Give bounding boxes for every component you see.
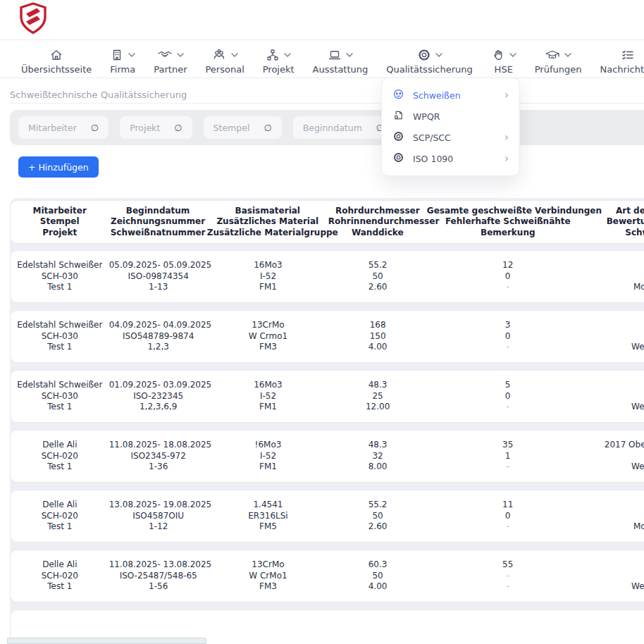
column-header: Wanddicke <box>328 228 427 239</box>
filter-label: Mitarbeiter <box>28 123 77 133</box>
table-column: --Montage <box>588 500 644 533</box>
column-header: Zeichnungsnummer <box>109 216 206 228</box>
cell-value: ER316LSi <box>208 511 329 522</box>
menu-item-iso-1090[interactable]: ISO 1090 › <box>382 148 519 169</box>
table-column: 351- <box>427 440 588 473</box>
table-column: Gesamte geschweißte VerbindungenFehlerha… <box>427 206 589 239</box>
cell-value: Werkstatt <box>588 462 644 473</box>
cell-value: 25 <box>328 391 427 402</box>
column-header: Zusätzliche Materialgruppe <box>207 228 328 239</box>
table-column: 16Mo3I-52FM1 <box>208 380 329 413</box>
table-column: RohrdurchmesserRohrinnendurchmesserWandd… <box>328 206 427 239</box>
toolbar-card: + Hinzufügen <box>10 145 644 198</box>
shield-s-logo[interactable] <box>17 1 49 38</box>
gear-icon <box>417 48 431 62</box>
cell-value: 0 <box>427 391 588 402</box>
top-bar <box>0 0 644 40</box>
cell-value: - <box>427 342 588 353</box>
nav-item-nachrichten[interactable]: Nachrichten <box>600 47 644 75</box>
cell-value: !6Mo3 <box>208 440 329 451</box>
column-header: Beginndatum <box>109 206 206 217</box>
cell-value: ISO4587OIU <box>109 511 208 522</box>
cell-value: Edelstahl Schweißer <box>11 380 109 391</box>
table-column: 05.09.2025- 05.09.2025ISO-098743541-13 <box>109 260 208 293</box>
clear-filter-icon[interactable]: ∅ <box>91 123 99 133</box>
table-column: 11.08.2025- 13.08.2025ISO-25487/548-651-… <box>109 559 208 593</box>
table-body: Edelstahl SchweißerSCH-030Test 105.09.20… <box>10 250 644 602</box>
cell-value: Test 1 <box>11 402 109 413</box>
filter-pill-mitarbeiter[interactable]: Mitarbeiter ∅ <box>18 116 109 139</box>
cell-value: FM5 <box>208 521 329 533</box>
table-column: --Montage <box>588 260 644 293</box>
nav-item-pruefungen[interactable]: Prüfungen <box>535 47 582 75</box>
cell-value: 13CrMo <box>208 559 329 571</box>
clear-filter-icon[interactable]: ∅ <box>174 123 182 133</box>
table-column: Edelstahl SchweißerSCH-030Test 1 <box>11 320 109 353</box>
cell-value: Test 1 <box>11 581 109 593</box>
cell-value: 04.09.2025- 04.09.2025 <box>109 320 208 331</box>
cell-value: - <box>588 511 644 522</box>
chevron-right-icon: › <box>504 90 509 101</box>
table-row[interactable]: Edelstahl SchweißerSCH-030Test 104.09.20… <box>10 310 644 363</box>
cell-value: 13CrMo <box>208 320 329 331</box>
table-column: 1681504.00 <box>328 320 427 353</box>
qualitaetssicherung-dropdown: Schweißen › WPQR SCP/SCC › ISO 1 <box>381 78 520 176</box>
column-header: Rohrdurchmesser <box>328 206 427 217</box>
nodes-icon <box>266 48 280 62</box>
table: MitarbeiterStempelProjektBeginndatumZeic… <box>10 198 644 644</box>
table-row[interactable]: Delle AliSCH-020Test 111.08.2025- 13.08.… <box>10 550 644 602</box>
cell-value: ISO-09874354 <box>109 271 208 283</box>
cell-value: 0 <box>427 271 588 283</box>
filter-pill-projekt[interactable]: Projekt ∅ <box>120 116 192 139</box>
title-divider <box>10 103 644 104</box>
table-column: !6Mo3I-52FM1 <box>208 440 329 473</box>
clear-filter-icon[interactable]: ∅ <box>264 123 271 133</box>
filter-label: Stempel <box>213 123 250 133</box>
nav-item-projekt[interactable]: Projekt <box>263 47 295 75</box>
menu-item-scp-scc[interactable]: SCP/SCC › <box>382 127 519 148</box>
menu-item-schweissen[interactable]: Schweißen › <box>382 85 519 106</box>
table-column: 30- <box>427 320 588 353</box>
cell-value: FM3 <box>208 342 329 353</box>
table-row[interactable]: Edelstahl SchweißerSCH-030Test 105.09.20… <box>10 250 644 303</box>
cell-value: Montage <box>588 521 644 533</box>
table-column: Edelstahl SchweißerSCH-030Test 1 <box>11 260 109 293</box>
menu-item-wpqr[interactable]: WPQR <box>382 106 519 127</box>
table-column: --Werkstatt <box>588 380 644 413</box>
cell-value: - <box>588 260 644 271</box>
cell-value: - <box>588 331 644 342</box>
nav-item-qualitaetssicherung[interactable]: Qualitätssicherung <box>386 47 472 75</box>
page-title: Schweißtechnische Qualitätssicherung <box>10 89 187 100</box>
table-row[interactable]: Delle AliSCH-020Test 113.08.2025- 19.08.… <box>10 490 644 543</box>
filter-label: Beginndatum <box>303 123 362 133</box>
nav-item-uebersichtsseite[interactable]: Übersichtsseite <box>21 47 92 75</box>
nav-label: Firma <box>110 64 135 75</box>
table-row[interactable]: Edelstahl SchweißerSCH-030Test 101.09.20… <box>10 370 644 423</box>
cell-value: SCH-020 <box>11 511 109 522</box>
nav-item-firma[interactable]: Firma <box>110 47 135 75</box>
nav-label: Partner <box>154 64 187 75</box>
nav-label: Projekt <box>263 64 295 75</box>
home-icon <box>49 48 63 62</box>
table-column: BeginndatumZeichnungsnummerSchweißnatnum… <box>109 206 206 239</box>
cell-value: ISO-25487/548-65 <box>109 571 208 582</box>
cell-value: Werkstatt <box>588 402 644 413</box>
cell-value: 50 <box>328 571 427 582</box>
filter-pill-stempel[interactable]: Stempel ∅ <box>204 116 282 139</box>
cell-value: 5 <box>427 380 588 391</box>
column-header: Basismaterial <box>207 206 328 217</box>
table-row[interactable]: Delle AliSCH-020Test 111.08.2025- 18.08.… <box>10 430 644 483</box>
nav-item-partner[interactable]: Partner <box>154 47 187 75</box>
app-screen: Übersichtsseite Firma Partner <box>0 0 644 644</box>
filter-pill-beginndatum[interactable]: Beginndatum ∅ <box>293 116 394 139</box>
add-button[interactable]: + Hinzufügen <box>18 156 99 178</box>
cell-value: Test 1 <box>11 282 109 293</box>
nav-item-hse[interactable]: HSE <box>491 47 516 75</box>
horizontal-scrollbar[interactable] <box>7 638 206 644</box>
cell-value: ISO2345-972 <box>109 451 208 462</box>
table-column: Art des FehlersBewertungsgruppeSchweißor… <box>589 206 644 239</box>
nav-item-personal[interactable]: Personal <box>205 47 244 75</box>
cell-value: 50 <box>328 511 427 522</box>
nav-item-ausstattung[interactable]: Ausstattung <box>313 47 369 75</box>
cell-value: 4.00 <box>328 581 427 593</box>
